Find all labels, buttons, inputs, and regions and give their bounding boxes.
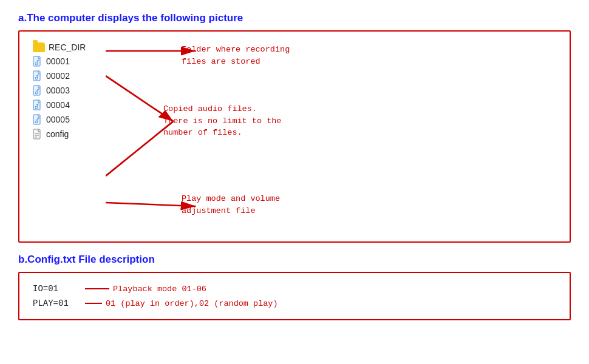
file-list: REC_DIR 00001 [33, 42, 100, 140]
section-a: a.The computer displays the following pi… [18, 12, 571, 243]
file-name-recdir: REC_DIR [49, 42, 86, 52]
annotation-folder: Folder where recording files are stored [182, 44, 290, 67]
file-name-00001: 00001 [46, 56, 70, 66]
config-row-io: IO=01 Playback mode 01-06 [33, 284, 556, 294]
annotation-audio: Copied audio files. There is no limit to… [163, 103, 281, 139]
config-key-play: PLAY=01 [33, 298, 81, 308]
file-item-recdir: REC_DIR [33, 42, 100, 52]
section-b-box: IO=01 Playback mode 01-06 PLAY=01 01 (pl… [18, 272, 571, 320]
file-item-00003: 00003 [33, 85, 100, 96]
audio-icon-00003 [33, 85, 43, 96]
file-item-00005: 00005 [33, 114, 100, 125]
file-name-00004: 00004 [46, 100, 70, 110]
file-name-00005: 00005 [46, 115, 70, 124]
play-arrow-line [85, 303, 102, 305]
file-item-00001: 00001 [33, 56, 100, 67]
config-file-icon [33, 129, 43, 140]
file-name-00003: 00003 [46, 86, 70, 95]
folder-section: REC_DIR 00001 [33, 42, 556, 231]
file-name-config: config [46, 129, 69, 139]
config-desc-io: Playback mode 01-06 [113, 285, 206, 294]
config-desc-play: 01 (play in order),02 (random play) [106, 299, 278, 308]
file-item-config: config [33, 129, 100, 140]
section-a-title: a.The computer displays the following pi… [18, 12, 571, 24]
file-name-00002: 00002 [46, 71, 70, 81]
audio-icon-00002 [33, 70, 43, 81]
annotation-config: Play mode and volume adjustment file [182, 193, 280, 217]
config-section: IO=01 Playback mode 01-06 PLAY=01 01 (pl… [33, 284, 556, 308]
audio-icon-00001 [33, 56, 43, 67]
audio-icon-00004 [33, 99, 43, 110]
section-b-title: b.Config.txt File description [18, 254, 571, 266]
svg-rect-20 [33, 129, 40, 139]
audio-icon-00005 [33, 114, 43, 125]
section-b: b.Config.txt File description IO=01 Play… [18, 254, 571, 320]
config-key-io: IO=01 [33, 284, 81, 294]
section-a-box: REC_DIR 00001 [18, 30, 571, 243]
file-item-00004: 00004 [33, 99, 100, 110]
config-row-play: PLAY=01 01 (play in order),02 (random pl… [33, 298, 556, 308]
io-arrow-line [85, 288, 109, 290]
folder-icon [33, 42, 45, 52]
file-item-00002: 00002 [33, 70, 100, 81]
